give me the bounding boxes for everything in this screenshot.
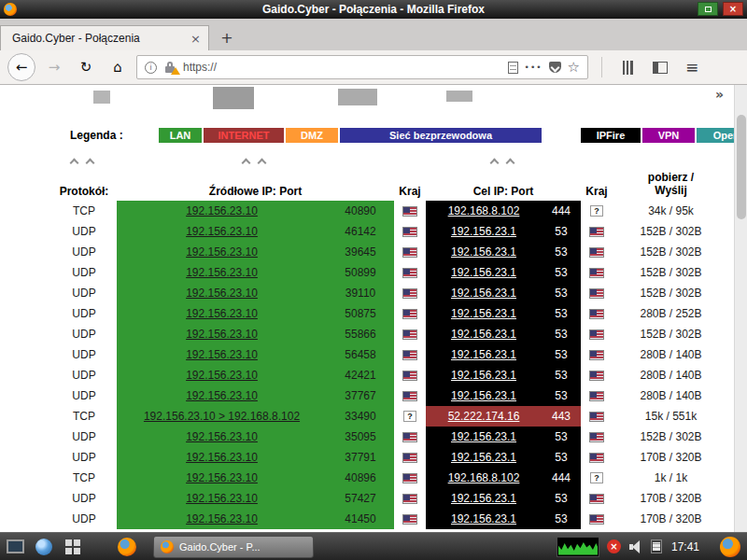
dest-ip-link[interactable]: 192.156.23.1 (451, 451, 516, 464)
pocket-icon[interactable] (549, 62, 561, 73)
sort-up-icon[interactable] (70, 159, 79, 168)
col-traffic: pobierz / Wyślij (613, 172, 729, 199)
dest-port-cell: 53 (542, 283, 581, 303)
sort-up-icon[interactable] (86, 159, 95, 168)
source-ip-link[interactable]: 192.156.23.10 (186, 492, 258, 505)
hamburger-menu-button[interactable]: ≡ (679, 54, 705, 80)
update-alert-icon[interactable]: × (607, 539, 621, 553)
overflow-chevron[interactable]: » (715, 87, 724, 102)
source-country-cell (394, 344, 426, 365)
back-button[interactable]: ← (7, 53, 35, 81)
dest-ip-link[interactable]: 192.156.23.1 (451, 348, 516, 361)
vertical-scrollbar[interactable] (734, 85, 747, 532)
reader-mode-icon[interactable] (508, 62, 518, 74)
source-ip-link[interactable]: 192.156.23.10 > 192.168.8.102 (144, 410, 300, 423)
firefox-launcher-icon[interactable] (118, 538, 136, 556)
sort-up-icon[interactable] (490, 159, 500, 168)
site-info-icon[interactable]: i (145, 62, 157, 74)
source-ip-cell: 192.156.23.10 (117, 262, 327, 283)
source-ip-link[interactable]: 192.156.23.10 (186, 389, 258, 402)
sort-up-icon[interactable] (258, 159, 267, 168)
dest-ip-link[interactable]: 192.156.23.1 (451, 369, 516, 382)
dest-ip-link[interactable]: 192.156.23.1 (451, 307, 516, 320)
sort-up-icon[interactable] (506, 159, 515, 168)
source-ip-link[interactable]: 192.156.23.10 (186, 348, 258, 361)
show-desktop-button[interactable] (5, 538, 25, 556)
volume-icon[interactable] (628, 539, 643, 554)
sidebar-button[interactable] (647, 54, 673, 80)
us-flag-icon (589, 432, 604, 442)
connection-row: UDP 192.156.23.10 39110 192.156.23.1 53 … (51, 283, 729, 303)
dest-ip-link[interactable]: 192.156.23.1 (451, 492, 516, 505)
globe-icon (35, 539, 52, 555)
dest-ip-link[interactable]: 192.156.23.1 (451, 389, 516, 402)
page-actions-icon[interactable]: ••• (525, 63, 543, 72)
source-country-cell (394, 365, 426, 385)
taskbar-window-button[interactable]: Gaido.Cyber - P... (153, 536, 314, 558)
source-ip-link[interactable]: 192.156.23.10 (186, 451, 258, 464)
traffic-cell: 152B / 302B (613, 427, 729, 447)
firefox-task-icon (161, 540, 174, 553)
source-ip-link[interactable]: 192.156.23.10 (186, 225, 258, 238)
source-ip-cell: 192.156.23.10 (117, 427, 327, 447)
source-country-cell (394, 509, 426, 529)
source-port-cell: 35095 (327, 427, 394, 447)
close-window-button[interactable]: × (723, 2, 743, 16)
connection-row: UDP 192.156.23.10 37767 192.156.23.1 53 … (51, 385, 729, 406)
network-monitor-graph[interactable] (557, 537, 599, 557)
source-ip-link[interactable]: 192.156.23.10 (186, 471, 258, 484)
window-panes-icon (65, 539, 80, 554)
source-ip-link[interactable]: 192.156.23.10 (186, 204, 258, 217)
close-tab-icon[interactable]: × (190, 32, 201, 46)
dest-ip-link[interactable]: 192.156.23.1 (451, 266, 516, 279)
dest-ip-link[interactable]: 192.156.23.1 (451, 287, 516, 300)
dest-ip-link[interactable]: 192.168.8.102 (448, 471, 520, 484)
legend-items: LANINTERNETDMZSieć bezprzewodowaIPFireVP… (159, 128, 747, 143)
source-ip-link[interactable]: 192.156.23.10 (186, 245, 258, 259)
forward-button[interactable]: → (41, 54, 67, 80)
protocol-cell: UDP (51, 344, 117, 365)
dest-ip-link[interactable]: 192.156.23.1 (451, 430, 516, 443)
connection-row: TCP 192.156.23.10 40890 192.168.8.102 44… (51, 201, 729, 221)
url-bar[interactable]: i https:// ••• ☆ (136, 55, 588, 79)
source-ip-cell: 192.156.23.10 > 192.168.8.102 (117, 406, 327, 427)
maximize-button[interactable] (698, 2, 718, 16)
dest-port-cell: 53 (542, 324, 581, 344)
new-tab-button[interactable]: + (217, 27, 237, 48)
home-button[interactable]: ⌂ (105, 54, 131, 80)
connection-row: UDP 192.156.23.10 57427 192.156.23.1 53 … (51, 488, 729, 509)
sort-up-icon[interactable] (242, 159, 251, 168)
source-ip-link[interactable]: 192.156.23.10 (186, 328, 258, 341)
source-ip-link[interactable]: 192.156.23.10 (186, 512, 258, 525)
lock-warning-icon[interactable] (163, 61, 176, 74)
reload-button[interactable]: ↻ (73, 54, 99, 80)
source-ip-link[interactable]: 192.156.23.10 (186, 266, 258, 279)
dest-ip-link[interactable]: 192.156.23.1 (451, 245, 516, 259)
source-ip-link[interactable]: 192.156.23.10 (186, 287, 258, 300)
web-browser-launcher[interactable] (34, 538, 54, 556)
protocol-cell: UDP (51, 221, 117, 242)
source-country-cell (394, 468, 426, 488)
source-ip-link[interactable]: 192.156.23.10 (186, 430, 258, 443)
active-tab[interactable]: Gaido.Cyber - Połączenia × (0, 25, 209, 50)
bookmark-star-icon[interactable]: ☆ (568, 59, 580, 76)
traffic-cell: 152B / 302B (613, 242, 729, 262)
dest-ip-link[interactable]: 192.156.23.1 (451, 225, 516, 238)
clock[interactable]: 17:41 (671, 540, 699, 553)
library-button[interactable] (615, 54, 641, 80)
file-manager-launcher[interactable] (63, 538, 83, 556)
dest-ip-link[interactable]: 52.222.174.16 (448, 410, 520, 423)
scrollbar-thumb[interactable] (737, 115, 746, 219)
firefox-tray-icon[interactable] (720, 537, 740, 557)
source-ip-link[interactable]: 192.156.23.10 (186, 369, 258, 382)
dest-ip-link[interactable]: 192.168.8.102 (448, 204, 520, 217)
warning-triangle-icon (171, 67, 180, 75)
source-ip-cell: 192.156.23.10 (117, 303, 327, 324)
dest-ip-link[interactable]: 192.156.23.1 (451, 328, 516, 341)
dest-ip-link[interactable]: 192.156.23.1 (451, 512, 516, 525)
source-ip-cell: 192.156.23.10 (117, 488, 327, 509)
source-ip-cell: 192.156.23.10 (117, 324, 327, 344)
us-flag-icon (589, 371, 604, 381)
source-ip-link[interactable]: 192.156.23.10 (186, 307, 258, 320)
clipboard-icon[interactable] (651, 539, 662, 553)
